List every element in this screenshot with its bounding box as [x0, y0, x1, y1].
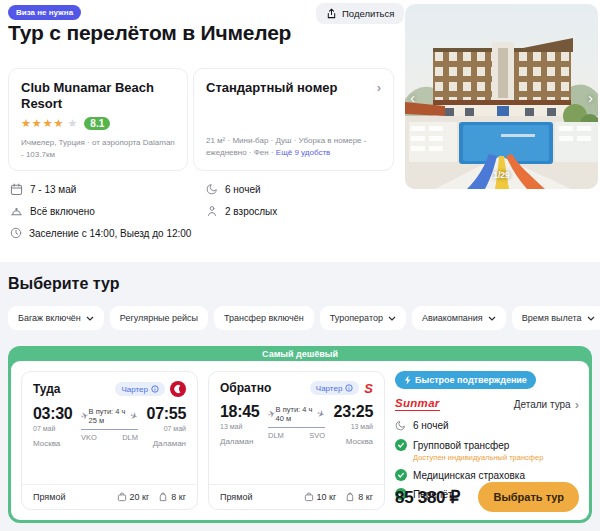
hotel-location: Ичмелер, Турция · от аэропорта Dalaman -…	[21, 137, 175, 161]
info-icon	[151, 385, 159, 393]
inbound-dep-code: DLM	[268, 431, 284, 440]
include-insurance-label: Медицинская страховка	[413, 470, 525, 481]
inbound-baggage-label: 10 кг	[317, 492, 337, 502]
inbound-baggage-info: 10 кг 8 кг	[304, 492, 373, 502]
trip-details: 7 - 13 май 6 ночей Всё включено 2 взросл…	[10, 178, 402, 240]
filter-baggage-label: Багаж включён	[18, 313, 81, 323]
inbound-route-middle: ✈ В пути: 4 ч 40 м ✈ DLM SVO	[268, 405, 325, 446]
more-amenities-link[interactable]: Ещё 9 удобств	[276, 148, 331, 157]
chevron-right-icon: ›	[377, 81, 381, 94]
moon-icon	[395, 420, 406, 431]
plane-landing-icon: ✈	[129, 410, 139, 421]
outbound-airport-codes: VKO DLM	[81, 433, 138, 442]
moon-icon	[206, 183, 218, 195]
inbound-route-line: ✈ В пути: 4 ч 40 м ✈	[268, 405, 325, 428]
outbound-arr-code: DLM	[122, 433, 138, 442]
inbound-carry-on: 8 кг	[345, 492, 373, 502]
outbound-flight-footer: Прямой 20 кг 8 кг	[22, 484, 197, 509]
include-insurance: Медицинская страховка	[395, 469, 579, 481]
backpack-icon	[345, 492, 355, 502]
fast-confirmation-label: Быстрое подтверждение	[415, 375, 527, 385]
filter-airline[interactable]: Авиакомпания	[412, 306, 506, 330]
chevron-right-icon: ›	[575, 398, 579, 411]
tour-details-link[interactable]: Детали тура ›	[514, 398, 579, 411]
inbound-departure: 18:45 13 май Даламан	[220, 403, 262, 446]
filter-chips: Багаж включён Регулярные рейсы Трансфер …	[8, 306, 600, 330]
hotel-photo-carousel[interactable]: ‹ › 1/29	[405, 4, 598, 189]
inbound-airport-codes: DLM SVO	[268, 431, 325, 440]
star-icons-filled: ★★★★	[21, 117, 64, 130]
hotel-stars-row: ★★★★ ★ 8.1	[21, 117, 175, 130]
share-button[interactable]: Поделиться	[316, 3, 404, 24]
meal-icon	[10, 205, 23, 218]
hotel-photo	[405, 4, 598, 189]
outbound-route-line: ✈ В пути: 4 ч 25 м ✈	[81, 407, 138, 430]
trip-checkin-label: Заселение с 14:00, Выезд до 12:00	[29, 228, 191, 239]
filter-operator[interactable]: Туроператор	[320, 306, 406, 330]
trip-guests-label: 2 взрослых	[225, 206, 277, 217]
outbound-route: 03:30 07 май Москва ✈ В пути: 4 ч 25 м ✈	[33, 405, 186, 448]
outbound-dep-city: Москва	[33, 439, 75, 448]
filter-transfer[interactable]: Трансфер включён	[214, 306, 314, 330]
filter-airline-label: Авиакомпания	[422, 313, 483, 323]
inbound-arr-city: Москва	[331, 437, 373, 446]
include-transfer: Групповой трансфер	[395, 439, 579, 451]
inbound-flight-meta: Чартер S	[310, 381, 373, 395]
hotel-name: Club Munamar Beach Resort	[21, 80, 175, 111]
chevron-down-icon	[86, 316, 94, 321]
filter-departure-time[interactable]: Время вылета	[512, 306, 600, 330]
filter-departure-time-label: Время вылета	[522, 313, 582, 323]
share-icon	[326, 8, 337, 19]
trip-nights: 6 ночей	[206, 183, 261, 195]
summary-nights-label: 6 ночей	[413, 420, 449, 431]
charter-badge[interactable]: Чартер	[310, 381, 360, 395]
tour-page: Виза не нужна Поделиться Тур с перелётом…	[0, 0, 600, 531]
share-label: Поделиться	[342, 8, 394, 19]
inbound-route: 18:45 13 май Даламан ✈ В пути: 4 ч 40 м …	[220, 403, 373, 446]
tours-section: Выберите тур Багаж включён Регулярные ре…	[0, 262, 600, 531]
trip-dates: 7 - 13 май	[10, 183, 76, 196]
room-title: Стандартный номер	[206, 80, 337, 95]
room-card-header: Стандартный номер ›	[206, 80, 381, 95]
outbound-baggage-info: 20 кг 8 кг	[117, 492, 186, 502]
hotel-room-cards: Club Munamar Beach Resort ★★★★ ★ 8.1 Ичм…	[8, 68, 394, 171]
outbound-flight-header: Туда Чартер	[33, 381, 186, 397]
gallery-prev-icon[interactable]: ‹	[410, 89, 415, 104]
inbound-arrival: 23:25 13 май Москва	[331, 403, 373, 446]
outbound-stops: Прямой	[33, 492, 65, 502]
check-icon	[395, 439, 407, 451]
room-amenities: 21 м² · Мини-бар · Душ · Уборка в номере…	[206, 135, 381, 159]
charter-badge[interactable]: Чартер	[115, 382, 165, 396]
room-card[interactable]: Стандартный номер › 21 м² · Мини-бар · Д…	[193, 68, 394, 171]
photo-counter: 1/29	[493, 170, 510, 180]
chevron-down-icon	[388, 316, 396, 321]
inbound-dep-time: 18:45	[220, 403, 262, 421]
inbound-flight-footer: Прямой 10 кг 8 кг	[209, 484, 384, 509]
backpack-icon	[158, 492, 168, 502]
inbound-carry-on-label: 8 кг	[358, 492, 373, 502]
trip-dates-label: 7 - 13 май	[30, 184, 76, 195]
price-row: 85 380 ₽ Выбрать тур	[395, 482, 579, 512]
trip-guests: 2 взрослых	[206, 205, 277, 217]
outbound-dep-date: 07 май	[33, 425, 75, 432]
page-title: Тур с перелётом в Ичмелер	[8, 21, 291, 45]
southwind-airlines-logo: S	[364, 382, 373, 395]
fast-confirmation-badge: Быстрое подтверждение	[395, 371, 536, 389]
visa-badge: Виза не нужна	[8, 5, 81, 20]
trip-board: Всё включено	[10, 205, 95, 218]
inbound-arr-time: 23:25	[331, 403, 373, 421]
outbound-baggage: 20 кг	[117, 492, 150, 502]
outbound-departure: 03:30 07 май Москва	[33, 405, 75, 448]
filter-regular-flights[interactable]: Регулярные рейсы	[110, 306, 208, 330]
inbound-duration: В пути: 4 ч 40 м	[276, 405, 318, 423]
select-tour-button[interactable]: Выбрать тур	[478, 482, 579, 512]
inbound-dep-date: 13 май	[220, 423, 262, 430]
trip-board-label: Всё включено	[30, 206, 95, 217]
outbound-dep-code: VKO	[81, 433, 97, 442]
filter-baggage[interactable]: Багаж включён	[8, 306, 104, 330]
gallery-next-icon[interactable]: ›	[588, 89, 593, 104]
filter-operator-label: Туроператор	[330, 313, 383, 323]
summary-nights: 6 ночей	[395, 420, 579, 431]
calendar-icon	[10, 183, 23, 196]
hotel-card[interactable]: Club Munamar Beach Resort ★★★★ ★ 8.1 Ичм…	[8, 68, 188, 171]
